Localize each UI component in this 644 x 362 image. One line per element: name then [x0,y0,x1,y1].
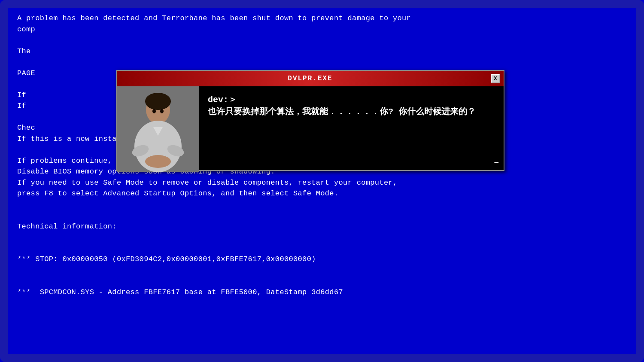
terminal-output: 也许只要换掉那个算法，我就能．．．．．．你? 你什么时候进来的？ [208,106,476,118]
bsod-line-1: A problem has been detected and Terrorba… [17,13,627,24]
close-button[interactable]: X [491,74,500,83]
bsod-safemode: If you need to use Safe Mode to remove o… [17,177,627,189]
popup-terminal-content: dev:＞ 也许只要换掉那个算法，我就能．．．．．．你? 你什么时候进来的？ [208,94,495,118]
popup-person-image [117,86,199,172]
bsod-f8: press F8 to select Advanced Startup Opti… [17,188,627,199]
popup-title: DVLPR.EXE [130,75,491,82]
bsod-line-2: comp [17,24,627,35]
bsod-technical-header: Technical information: [17,221,627,232]
person-svg [117,86,199,172]
bsod-content: A problem has been detected and Terrorba… [0,0,644,362]
popup-window: DVLPR.EXE X [116,70,504,171]
bsod-driver-info: *** SPCMDCON.SYS - Address FBFE7617 base… [17,287,627,298]
popup-titlebar: DVLPR.EXE X [117,71,504,86]
svg-rect-11 [117,86,199,172]
minimize-button[interactable]: — [494,159,498,167]
bsod-line-3: The [17,46,627,57]
popup-body: dev:＞ 也许只要换掉那个算法，我就能．．．．．．你? 你什么时候进来的？ — [117,86,504,170]
popup-text-area: dev:＞ 也许只要换掉那个算法，我就能．．．．．．你? 你什么时候进来的？ — [199,86,504,170]
bsod-screen: A problem has been detected and Terrorba… [0,0,644,362]
bsod-stop-code: *** STOP: 0x00000050 (0xFD3094C2,0x00000… [17,254,627,265]
terminal-prompt: dev:＞ [208,94,237,106]
